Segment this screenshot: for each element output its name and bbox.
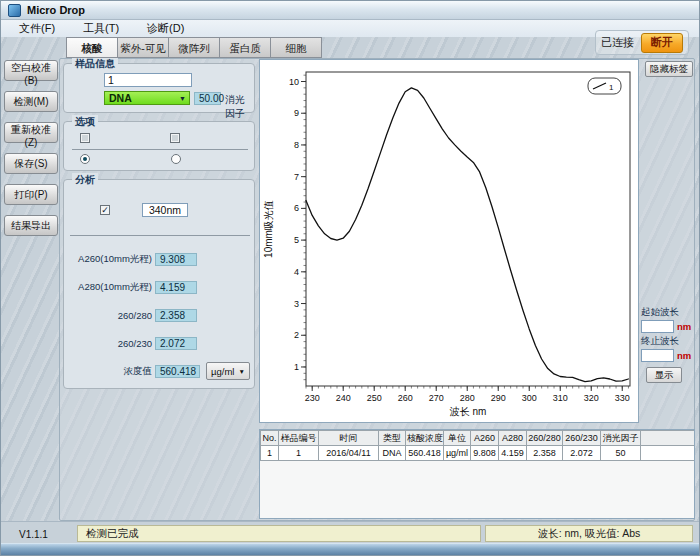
col-no: No. (261, 431, 279, 446)
col-sample-id: 样品编号 (279, 431, 319, 446)
status-message: 检测已完成 (77, 525, 481, 542)
spectrum-chart-panel: 2302402502602702802903003103203301234567… (259, 59, 639, 423)
svg-text:1: 1 (609, 83, 614, 92)
svg-text:2: 2 (294, 330, 299, 340)
unit-select[interactable]: µg/ml ▼ (206, 362, 250, 380)
extinction-factor-field[interactable]: 50.00 (194, 92, 221, 105)
option-radio-2[interactable] (171, 154, 181, 164)
tab-protein[interactable]: 蛋白质 (219, 37, 271, 58)
options-group: 选项 (63, 121, 255, 171)
svg-text:7: 7 (294, 172, 299, 182)
menu-diagnostics[interactable]: 诊断(D) (133, 20, 198, 37)
option-radio-1[interactable] (80, 154, 90, 164)
disconnect-button[interactable]: 断开 (641, 33, 683, 53)
sample-info-group: 样品信息 DNA ▼ 50.00 消光因子 (63, 63, 255, 113)
col-260-280: 260/280 (527, 431, 563, 446)
concentration-value: 560.418 (155, 365, 200, 378)
svg-text:240: 240 (336, 393, 351, 403)
status-units-info: 波长: nm, 吸光值: Abs (485, 525, 693, 542)
sidebar: 空白校准(B) 检测(M) 重新校准(Z) 保存(S) 打印(P) 结果导出 (4, 60, 58, 236)
ratio-260-230-value: 2.072 (155, 337, 197, 350)
ratio-260-230-row: 260/230 2.072 (68, 336, 252, 351)
svg-text:250: 250 (367, 393, 382, 403)
cell-no: 1 (261, 446, 279, 461)
cell-unit: µg/ml (444, 446, 471, 461)
hide-labels-button[interactable]: 隐藏标签 (645, 61, 693, 77)
connection-group: 已连接 断开 (595, 30, 689, 55)
svg-text:3: 3 (294, 299, 299, 309)
sample-type-select[interactable]: DNA ▼ (104, 91, 190, 105)
cell-a280: 4.159 (499, 446, 527, 461)
connection-status: 已连接 (601, 35, 634, 50)
print-button[interactable]: 打印(P) (4, 184, 58, 205)
a280-value: 4.159 (155, 281, 197, 294)
tab-nucleic-acid[interactable]: 核酸 (66, 37, 118, 58)
svg-text:310: 310 (553, 393, 568, 403)
table-row[interactable]: 1 1 2016/04/11 DNA 560.418 µg/ml 9.808 4… (261, 446, 695, 461)
option-checkbox-1[interactable] (80, 133, 90, 143)
svg-text:波长 nm: 波长 nm (449, 406, 487, 417)
a280-row: A280(10mm光程) 4.159 (68, 280, 252, 295)
cell-260-230: 2.072 (563, 446, 601, 461)
title-bar[interactable]: Micro Drop (1, 1, 699, 20)
tab-cell[interactable]: 细胞 (270, 37, 322, 58)
cell-sample-id: 1 (279, 446, 319, 461)
window-title: Micro Drop (27, 4, 85, 16)
svg-text:270: 270 (429, 393, 444, 403)
blank-calibration-button[interactable]: 空白校准(B) (4, 60, 58, 81)
analysis-title: 分析 (72, 173, 98, 187)
svg-text:10mm吸光值: 10mm吸光值 (263, 200, 274, 258)
wavelength-controls: 起始波长 nm 终止波长 nm 显示 (641, 304, 699, 383)
option-checkbox-2[interactable] (170, 133, 180, 143)
analysis-group: 分析 ✓ A260(10mm光程) 9.308 A280(10mm光程) 4.1… (63, 179, 255, 389)
a260-label: A260(10mm光程) (68, 253, 152, 266)
col-260-230: 260/230 (563, 431, 601, 446)
tab-uv-vis[interactable]: 紫外-可见 (117, 37, 169, 58)
col-a260: A260 (471, 431, 499, 446)
tab-microarray[interactable]: 微阵列 (168, 37, 220, 58)
recalibrate-button[interactable]: 重新校准(Z) (4, 122, 58, 143)
app-icon (8, 4, 21, 17)
svg-text:290: 290 (491, 393, 506, 403)
col-concentration: 核酸浓度 (406, 431, 444, 446)
measure-button[interactable]: 检测(M) (4, 91, 58, 112)
app-window: Micro Drop 文件(F) 工具(T) 诊断(D) 核酸 紫外-可见 微阵… (0, 0, 700, 556)
svg-text:230: 230 (305, 393, 320, 403)
svg-text:10: 10 (289, 77, 299, 87)
show-button[interactable]: 显示 (646, 367, 682, 383)
save-button[interactable]: 保存(S) (4, 153, 58, 174)
chevron-down-icon: ▼ (238, 368, 244, 375)
cell-empty (641, 446, 695, 461)
analysis-wavelength-checkbox[interactable]: ✓ (100, 205, 110, 215)
tab-strip: 核酸 紫外-可见 微阵列 蛋白质 细胞 (66, 37, 321, 59)
menu-file[interactable]: 文件(F) (5, 20, 69, 37)
cell-concentration: 560.418 (406, 446, 444, 461)
end-nm-unit: nm (677, 350, 691, 361)
ratio-260-280-row: 260/280 2.358 (68, 308, 252, 323)
sample-info-title: 样品信息 (72, 57, 118, 71)
svg-text:1: 1 (294, 362, 299, 372)
menu-tools[interactable]: 工具(T) (69, 20, 133, 37)
svg-text:8: 8 (294, 140, 299, 150)
chevron-down-icon: ▼ (179, 95, 186, 102)
cell-type: DNA (379, 446, 406, 461)
col-time: 时间 (319, 431, 379, 446)
svg-text:260: 260 (398, 393, 413, 403)
analysis-divider (70, 235, 250, 236)
svg-text:6: 6 (294, 203, 299, 213)
analysis-wavelength-input[interactable] (142, 203, 188, 217)
a260-value: 9.308 (155, 253, 197, 266)
svg-text:320: 320 (584, 393, 599, 403)
start-nm-unit: nm (677, 321, 691, 332)
end-wavelength-input[interactable] (641, 349, 674, 362)
cell-time: 2016/04/11 (319, 446, 379, 461)
a280-label: A280(10mm光程) (68, 281, 152, 294)
cell-a260: 9.808 (471, 446, 499, 461)
options-divider (72, 149, 248, 150)
sample-id-input[interactable] (104, 73, 192, 87)
export-results-button[interactable]: 结果导出 (4, 215, 58, 236)
concentration-label: 浓度值 (68, 365, 152, 378)
table-header-row: No. 样品编号 时间 类型 核酸浓度 单位 A260 A280 260/280… (261, 431, 695, 446)
spectrum-chart: 2302402502602702802903003103203301234567… (260, 60, 638, 422)
start-wavelength-input[interactable] (641, 320, 674, 333)
